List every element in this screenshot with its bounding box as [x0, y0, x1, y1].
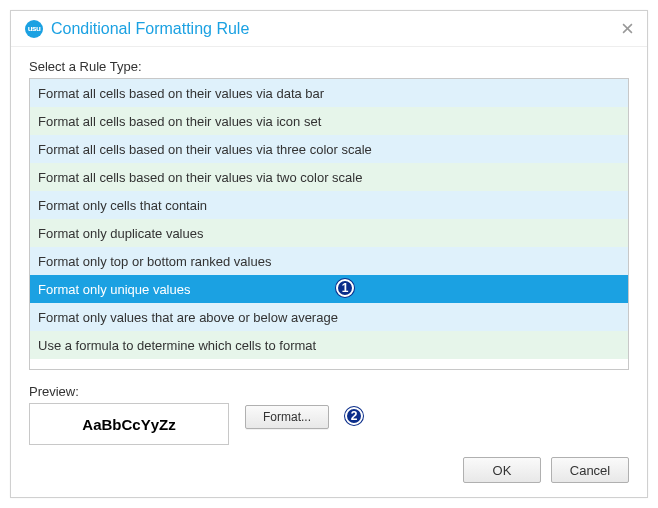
rule-item[interactable]: Format only cells that contain: [30, 191, 628, 219]
app-icon: usu: [25, 20, 43, 38]
annotation-badge-2: 2: [345, 407, 363, 425]
titlebar: usu Conditional Formatting Rule: [11, 11, 647, 47]
cancel-button[interactable]: Cancel: [551, 457, 629, 483]
dialog-title: Conditional Formatting Rule: [51, 20, 617, 38]
rule-type-label: Select a Rule Type:: [29, 59, 629, 74]
rule-item[interactable]: Use a formula to determine which cells t…: [30, 331, 628, 359]
annotation-badge-1: 1: [336, 279, 354, 297]
rule-item[interactable]: Format all cells based on their values v…: [30, 107, 628, 135]
rule-item[interactable]: Format all cells based on their values v…: [30, 79, 628, 107]
preview-label: Preview:: [29, 384, 629, 399]
dialog-footer: OK Cancel: [463, 457, 629, 483]
rule-item[interactable]: Format all cells based on their values v…: [30, 163, 628, 191]
rule-item[interactable]: Format all cells based on their values v…: [30, 135, 628, 163]
conditional-formatting-dialog: usu Conditional Formatting Rule Select a…: [10, 10, 648, 498]
rule-item-selected[interactable]: Format only unique values 1: [30, 275, 628, 303]
dialog-content: Select a Rule Type: Format all cells bas…: [11, 47, 647, 455]
preview-row: AaBbCcYyZz Format... 2: [29, 403, 629, 445]
close-icon[interactable]: [617, 19, 637, 39]
rule-item[interactable]: Format only duplicate values: [30, 219, 628, 247]
rule-item[interactable]: Format only top or bottom ranked values: [30, 247, 628, 275]
format-button[interactable]: Format...: [245, 405, 329, 429]
rule-type-list[interactable]: Format all cells based on their values v…: [29, 78, 629, 370]
rule-item[interactable]: Format only values that are above or bel…: [30, 303, 628, 331]
preview-sample-box: AaBbCcYyZz: [29, 403, 229, 445]
preview-sample-text: AaBbCcYyZz: [82, 416, 175, 433]
ok-button[interactable]: OK: [463, 457, 541, 483]
